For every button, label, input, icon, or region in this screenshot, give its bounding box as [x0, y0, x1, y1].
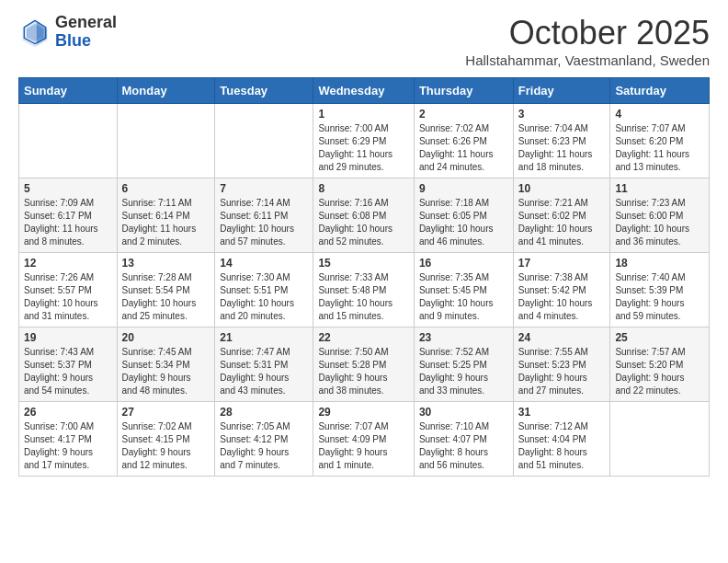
- calendar-cell: 4Sunrise: 7:07 AM Sunset: 6:20 PM Daylig…: [610, 104, 710, 178]
- day-number: 9: [419, 182, 508, 195]
- calendar-cell: 12Sunrise: 7:26 AM Sunset: 5:57 PM Dayli…: [19, 253, 118, 327]
- day-info: Sunrise: 7:07 AM Sunset: 4:09 PM Dayligh…: [318, 420, 408, 472]
- calendar-cell: 24Sunrise: 7:55 AM Sunset: 5:23 PM Dayli…: [513, 327, 610, 402]
- day-info: Sunrise: 7:02 AM Sunset: 4:15 PM Dayligh…: [122, 420, 210, 472]
- calendar-cell: [610, 402, 710, 477]
- day-info: Sunrise: 7:33 AM Sunset: 5:48 PM Dayligh…: [318, 271, 408, 323]
- calendar-cell: 5Sunrise: 7:09 AM Sunset: 6:17 PM Daylig…: [19, 178, 118, 253]
- logo-text: General Blue: [55, 14, 117, 51]
- calendar-header-saturday: Saturday: [610, 78, 710, 104]
- calendar-cell: 1Sunrise: 7:00 AM Sunset: 6:29 PM Daylig…: [313, 104, 414, 178]
- calendar: SundayMondayTuesdayWednesdayThursdayFrid…: [18, 77, 710, 477]
- calendar-cell: 8Sunrise: 7:16 AM Sunset: 6:08 PM Daylig…: [313, 178, 414, 253]
- calendar-cell: [215, 104, 313, 178]
- calendar-cell: 26Sunrise: 7:00 AM Sunset: 4:17 PM Dayli…: [19, 402, 118, 477]
- calendar-cell: 10Sunrise: 7:21 AM Sunset: 6:02 PM Dayli…: [513, 178, 610, 253]
- day-info: Sunrise: 7:11 AM Sunset: 6:14 PM Dayligh…: [122, 197, 210, 248]
- day-info: Sunrise: 7:55 AM Sunset: 5:23 PM Dayligh…: [518, 346, 606, 397]
- day-number: 13: [122, 257, 210, 270]
- day-number: 21: [220, 331, 308, 344]
- calendar-cell: 27Sunrise: 7:02 AM Sunset: 4:15 PM Dayli…: [117, 402, 215, 477]
- logo-general: General: [55, 14, 117, 32]
- page: General Blue October 2025 Hallstahammar,…: [0, 0, 728, 490]
- day-info: Sunrise: 7:07 AM Sunset: 6:20 PM Dayligh…: [615, 122, 704, 174]
- calendar-cell: 31Sunrise: 7:12 AM Sunset: 4:04 PM Dayli…: [513, 402, 610, 477]
- day-number: 4: [615, 108, 704, 121]
- day-number: 14: [220, 257, 308, 270]
- day-info: Sunrise: 7:21 AM Sunset: 6:02 PM Dayligh…: [518, 197, 606, 248]
- day-number: 16: [419, 257, 508, 270]
- calendar-cell: 11Sunrise: 7:23 AM Sunset: 6:00 PM Dayli…: [610, 178, 710, 253]
- day-info: Sunrise: 7:50 AM Sunset: 5:28 PM Dayligh…: [318, 346, 408, 397]
- calendar-cell: 29Sunrise: 7:07 AM Sunset: 4:09 PM Dayli…: [313, 402, 414, 477]
- day-number: 8: [318, 182, 408, 195]
- calendar-cell: 3Sunrise: 7:04 AM Sunset: 6:23 PM Daylig…: [513, 104, 610, 178]
- month-title: October 2025: [465, 14, 710, 52]
- logo: General Blue: [18, 14, 117, 51]
- day-number: 3: [518, 108, 606, 121]
- day-number: 22: [318, 331, 408, 344]
- calendar-week-3: 19Sunrise: 7:43 AM Sunset: 5:37 PM Dayli…: [19, 327, 710, 402]
- calendar-cell: 30Sunrise: 7:10 AM Sunset: 4:07 PM Dayli…: [414, 402, 513, 477]
- calendar-cell: 7Sunrise: 7:14 AM Sunset: 6:11 PM Daylig…: [215, 178, 313, 253]
- day-number: 11: [615, 182, 704, 195]
- calendar-header-thursday: Thursday: [414, 78, 513, 104]
- day-info: Sunrise: 7:04 AM Sunset: 6:23 PM Dayligh…: [518, 122, 606, 174]
- day-info: Sunrise: 7:38 AM Sunset: 5:42 PM Dayligh…: [518, 271, 606, 323]
- calendar-cell: [117, 104, 215, 178]
- calendar-cell: 14Sunrise: 7:30 AM Sunset: 5:51 PM Dayli…: [215, 253, 313, 327]
- calendar-header-row: SundayMondayTuesdayWednesdayThursdayFrid…: [19, 78, 710, 104]
- day-number: 24: [518, 331, 606, 344]
- day-number: 1: [318, 108, 408, 121]
- calendar-cell: 16Sunrise: 7:35 AM Sunset: 5:45 PM Dayli…: [414, 253, 513, 327]
- day-number: 30: [419, 406, 508, 419]
- day-info: Sunrise: 7:02 AM Sunset: 6:26 PM Dayligh…: [419, 122, 508, 174]
- calendar-cell: 19Sunrise: 7:43 AM Sunset: 5:37 PM Dayli…: [19, 327, 118, 402]
- day-info: Sunrise: 7:00 AM Sunset: 4:17 PM Dayligh…: [24, 420, 112, 472]
- day-number: 15: [318, 257, 408, 270]
- day-info: Sunrise: 7:35 AM Sunset: 5:45 PM Dayligh…: [419, 271, 508, 323]
- day-number: 6: [122, 182, 210, 195]
- day-number: 26: [24, 406, 112, 419]
- calendar-cell: 18Sunrise: 7:40 AM Sunset: 5:39 PM Dayli…: [610, 253, 710, 327]
- day-number: 12: [24, 257, 112, 270]
- calendar-header-monday: Monday: [117, 78, 215, 104]
- day-info: Sunrise: 7:23 AM Sunset: 6:00 PM Dayligh…: [615, 197, 704, 248]
- calendar-cell: 2Sunrise: 7:02 AM Sunset: 6:26 PM Daylig…: [414, 104, 513, 178]
- day-info: Sunrise: 7:14 AM Sunset: 6:11 PM Dayligh…: [220, 197, 308, 248]
- calendar-cell: 9Sunrise: 7:18 AM Sunset: 6:05 PM Daylig…: [414, 178, 513, 253]
- day-info: Sunrise: 7:30 AM Sunset: 5:51 PM Dayligh…: [220, 271, 308, 323]
- title-block: October 2025 Hallstahammar, Vaestmanland…: [465, 14, 710, 68]
- day-info: Sunrise: 7:00 AM Sunset: 6:29 PM Dayligh…: [318, 122, 408, 174]
- day-info: Sunrise: 7:09 AM Sunset: 6:17 PM Dayligh…: [24, 197, 112, 248]
- calendar-header-friday: Friday: [513, 78, 610, 104]
- day-number: 2: [419, 108, 508, 121]
- day-info: Sunrise: 7:47 AM Sunset: 5:31 PM Dayligh…: [220, 346, 308, 397]
- day-info: Sunrise: 7:10 AM Sunset: 4:07 PM Dayligh…: [419, 420, 508, 472]
- day-info: Sunrise: 7:26 AM Sunset: 5:57 PM Dayligh…: [24, 271, 112, 323]
- calendar-header-tuesday: Tuesday: [215, 78, 313, 104]
- day-number: 5: [24, 182, 112, 195]
- calendar-cell: 23Sunrise: 7:52 AM Sunset: 5:25 PM Dayli…: [414, 327, 513, 402]
- calendar-week-1: 5Sunrise: 7:09 AM Sunset: 6:17 PM Daylig…: [19, 178, 710, 253]
- day-number: 28: [220, 406, 308, 419]
- calendar-week-0: 1Sunrise: 7:00 AM Sunset: 6:29 PM Daylig…: [19, 104, 710, 178]
- calendar-week-2: 12Sunrise: 7:26 AM Sunset: 5:57 PM Dayli…: [19, 253, 710, 327]
- calendar-cell: 15Sunrise: 7:33 AM Sunset: 5:48 PM Dayli…: [313, 253, 414, 327]
- day-number: 20: [122, 331, 210, 344]
- logo-icon: [18, 16, 51, 49]
- header: General Blue October 2025 Hallstahammar,…: [18, 14, 710, 68]
- day-info: Sunrise: 7:40 AM Sunset: 5:39 PM Dayligh…: [615, 271, 704, 323]
- day-number: 10: [518, 182, 606, 195]
- calendar-cell: 25Sunrise: 7:57 AM Sunset: 5:20 PM Dayli…: [610, 327, 710, 402]
- calendar-cell: 6Sunrise: 7:11 AM Sunset: 6:14 PM Daylig…: [117, 178, 215, 253]
- day-info: Sunrise: 7:43 AM Sunset: 5:37 PM Dayligh…: [24, 346, 112, 397]
- day-number: 7: [220, 182, 308, 195]
- day-number: 23: [419, 331, 508, 344]
- day-info: Sunrise: 7:52 AM Sunset: 5:25 PM Dayligh…: [419, 346, 508, 397]
- day-number: 29: [318, 406, 408, 419]
- calendar-header-wednesday: Wednesday: [313, 78, 414, 104]
- logo-blue: Blue: [55, 32, 117, 51]
- day-info: Sunrise: 7:45 AM Sunset: 5:34 PM Dayligh…: [122, 346, 210, 397]
- day-info: Sunrise: 7:18 AM Sunset: 6:05 PM Dayligh…: [419, 197, 508, 248]
